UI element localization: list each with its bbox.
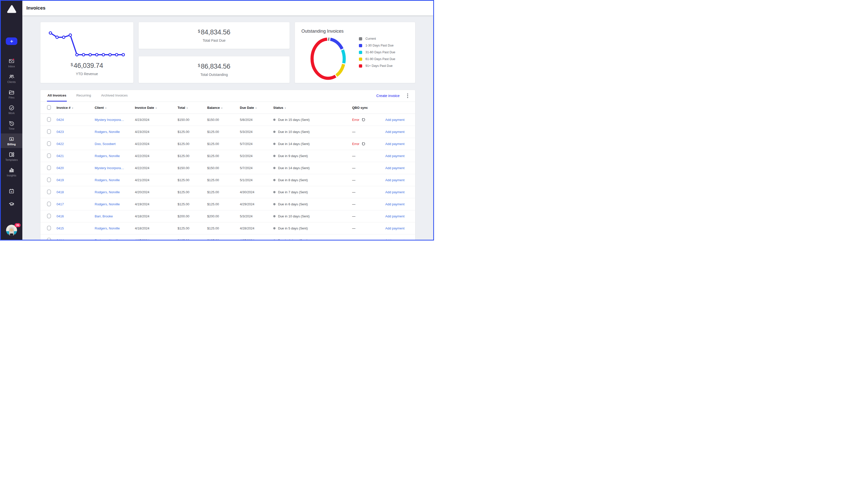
client-link[interactable]: Rodgers, Norville: [95, 190, 120, 194]
row-checkbox[interactable]: [47, 141, 51, 146]
invoice-row: 0415Rodgers, Norville4/18/2024$125.00$12…: [40, 222, 415, 235]
sidebar-item-templates[interactable]: Templates: [1, 149, 22, 163]
kebab-icon[interactable]: [406, 92, 409, 99]
ytd-revenue-label: YTD Revenue: [76, 72, 98, 76]
sidebar-item-time[interactable]: Time: [1, 118, 22, 132]
column-header-due-date[interactable]: Due Date▾: [240, 106, 273, 110]
status-cell: Due in 4 days (Sent): [273, 239, 352, 240]
row-checkbox[interactable]: [47, 189, 51, 194]
invoice-number-link[interactable]: 0415: [57, 227, 64, 230]
add-payment-link[interactable]: Add payment: [385, 154, 405, 158]
sidebar-item-work[interactable]: Work: [1, 102, 22, 117]
select-all-checkbox[interactable]: [47, 105, 51, 110]
qbo-none-label: —: [352, 239, 355, 240]
data-point: [89, 54, 91, 56]
client-link[interactable]: Rodgers, Norville: [95, 202, 120, 206]
balance-cell: $125.00: [207, 130, 240, 134]
data-point: [109, 54, 111, 56]
retry-sync-icon[interactable]: [362, 142, 366, 146]
total-cell: $125.00: [178, 142, 207, 146]
column-header-status[interactable]: Status▾: [273, 106, 352, 110]
row-checkbox[interactable]: [47, 166, 51, 170]
column-header-invoice-date[interactable]: Invoice Date▾: [135, 106, 178, 110]
add-payment-link[interactable]: Add payment: [385, 130, 405, 134]
tab-all-invoices[interactable]: All Invoices: [47, 90, 67, 101]
invoice-number-link[interactable]: 0416: [57, 214, 64, 218]
sidebar-item-education[interactable]: [1, 199, 22, 210]
user-avatar[interactable]: 35: [6, 225, 17, 236]
add-payment-link[interactable]: Add payment: [385, 142, 405, 146]
invoice-number-link[interactable]: 0423: [57, 130, 64, 134]
client-link[interactable]: Rodgers, Norville: [95, 130, 120, 134]
plus-icon: [9, 39, 14, 43]
sidebar-item-billing[interactable]: $ Billing: [1, 133, 22, 148]
column-header-client[interactable]: Client▾: [95, 106, 135, 110]
page-header: Invoices: [22, 1, 433, 15]
invoice-number-link[interactable]: 0419: [57, 178, 64, 182]
column-header-invoice-number[interactable]: Invoice #▾: [57, 106, 95, 110]
main-area: Invoices $46,039.74 YTD Revenue $84,834.…: [22, 1, 433, 240]
invoice-row: 0424Mystery Incorpora…4/23/2024$150.00$1…: [40, 114, 415, 126]
global-create-button[interactable]: [6, 37, 17, 45]
notification-dot: [13, 58, 14, 60]
add-payment-link[interactable]: Add payment: [385, 227, 405, 230]
invoice-number-link[interactable]: 0414: [57, 239, 64, 240]
invoice-row: 0423Rodgers, Norville4/23/2024$125.00$12…: [40, 126, 415, 138]
client-link[interactable]: Doo, Scoobert: [95, 142, 116, 146]
client-link[interactable]: Rodgers, Norville: [95, 239, 120, 240]
client-link[interactable]: Rodgers, Norville: [95, 154, 120, 158]
data-point: [63, 36, 65, 38]
qbo-sync-cell: —: [352, 166, 383, 170]
client-link[interactable]: Rodgers, Norville: [95, 178, 120, 182]
qbo-none-label: —: [352, 190, 355, 194]
status-dot-icon: [273, 240, 276, 240]
add-payment-link[interactable]: Add payment: [385, 190, 405, 194]
client-link[interactable]: Mystery Incorpora…: [95, 166, 124, 170]
invoice-number-link[interactable]: 0422: [57, 142, 64, 146]
sidebar-item-label: Clients: [7, 81, 16, 84]
people-icon: [8, 73, 14, 80]
row-checkbox[interactable]: [47, 238, 51, 240]
row-checkbox[interactable]: [47, 177, 51, 182]
status-cell: Due in 10 days (Sent): [273, 130, 352, 134]
row-checkbox[interactable]: [47, 226, 51, 231]
invoice-number-link[interactable]: 0420: [57, 166, 64, 170]
row-checkbox[interactable]: [47, 117, 51, 122]
create-invoice-button[interactable]: Create invoice: [376, 94, 400, 98]
column-header-balance[interactable]: Balance▾: [207, 106, 240, 110]
canopy-logo-icon[interactable]: [6, 5, 17, 13]
sidebar-item-inbox[interactable]: Inbox: [1, 56, 22, 70]
add-payment-link[interactable]: Add payment: [385, 202, 405, 206]
row-checkbox[interactable]: [47, 202, 51, 206]
tab-archived-invoices[interactable]: Archived Invoices: [101, 90, 128, 101]
legend-label: 61-90 Days Past Due: [366, 57, 395, 61]
add-payment-link[interactable]: Add payment: [385, 239, 405, 240]
total-cell: $125.00: [178, 239, 207, 240]
add-payment-link[interactable]: Add payment: [385, 214, 405, 218]
client-link[interactable]: Mystery Incorpora…: [95, 118, 124, 122]
add-payment-link[interactable]: Add payment: [385, 166, 405, 170]
column-header-total[interactable]: Total▾: [178, 106, 207, 110]
total-cell: $200.00: [178, 214, 207, 218]
total-cell: $125.00: [178, 178, 207, 182]
retry-sync-icon[interactable]: [362, 118, 366, 122]
sidebar-item-files[interactable]: Files: [1, 87, 22, 101]
tab-recurring[interactable]: Recurring: [76, 90, 92, 101]
status-cell: Due in 15 days (Sent): [273, 118, 352, 122]
sidebar-item-clients[interactable]: Clients: [1, 71, 22, 86]
row-checkbox[interactable]: [47, 214, 51, 218]
client-link[interactable]: Barr, Brooke: [95, 214, 113, 218]
row-checkbox[interactable]: [47, 153, 51, 158]
invoice-number-link[interactable]: 0424: [57, 118, 64, 122]
sidebar-item-insights[interactable]: Insights: [1, 164, 22, 179]
sidebar-item-calendar[interactable]: 31: [1, 186, 22, 197]
status-dot-icon: [273, 143, 276, 145]
row-checkbox[interactable]: [47, 129, 51, 134]
invoice-number-link[interactable]: 0421: [57, 154, 64, 158]
data-point: [75, 54, 78, 56]
client-link[interactable]: Rodgers, Norville: [95, 227, 120, 230]
add-payment-link[interactable]: Add payment: [385, 178, 405, 182]
add-payment-link[interactable]: Add payment: [385, 118, 405, 122]
invoice-number-link[interactable]: 0417: [57, 202, 64, 206]
invoice-number-link[interactable]: 0418: [57, 190, 64, 194]
